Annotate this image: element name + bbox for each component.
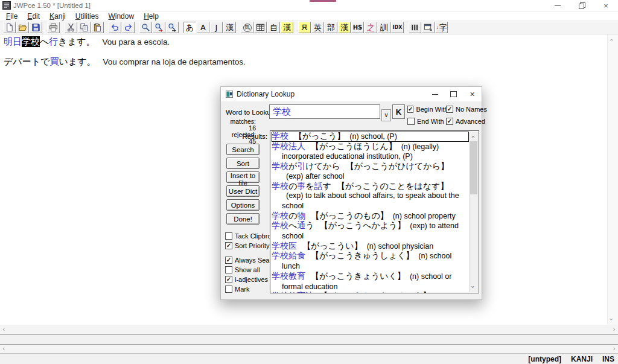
begin-with-checkbox[interactable]: ✓Begin With	[407, 106, 446, 113]
horizontal-scrollbar-bottom[interactable]: ‹ ›	[0, 345, 618, 354]
grid-icon	[256, 23, 265, 32]
result-segment: 【がっこうがひけてから】	[346, 161, 449, 171]
jascii-mode-button[interactable]: J	[210, 22, 223, 33]
search-button[interactable]	[139, 22, 152, 33]
result-segment: 【がっこうい】	[302, 241, 363, 251]
results-list[interactable]: 学校【がっこう】(n) school, (P)学校法人【がっこうほうじん】(n)…	[270, 130, 479, 293]
result-segment: の	[288, 181, 297, 191]
save-file-button[interactable]	[30, 22, 42, 33]
paste-button[interactable]	[91, 22, 104, 33]
no-names-checkbox[interactable]: ✓No Names	[446, 106, 487, 113]
jis-code-lookup-button[interactable]: 只	[298, 22, 311, 33]
editor-vertical-scrollbar[interactable]: › ›	[607, 34, 618, 325]
advanced-checkbox[interactable]: ✓Advanced	[446, 118, 487, 125]
dialog-close-button[interactable]: ×	[463, 87, 482, 101]
window-icon	[424, 23, 433, 32]
word-lookup-input[interactable]: 学校	[269, 104, 380, 119]
character-info-button[interactable]: ↓字	[435, 22, 448, 33]
index-lookup-button[interactable]: IDX	[391, 22, 404, 33]
dialog-minimize-button[interactable]	[425, 87, 444, 101]
result-entry[interactable]: 学校【がっこう】(n) school, (P)	[272, 132, 469, 142]
lookup-history-dropdown[interactable]: v	[381, 109, 391, 121]
dialog-icon	[226, 91, 233, 98]
scrollbar-thumb[interactable]	[470, 141, 477, 194]
editor-line-2: デパートで買います。Vou comprar na loja de departa…	[0, 54, 608, 74]
search-button[interactable]: Search	[226, 144, 260, 155]
undo-icon	[110, 23, 119, 32]
menu-help[interactable]: Help	[139, 12, 164, 21]
options-button[interactable]: Options	[226, 199, 260, 211]
lookup-option-checkboxes: ✓Begin With✓No NamesEnd With✓Advanced	[407, 106, 487, 125]
result-entry[interactable]: 学校の物【がっこうのもの】(n) school property	[272, 211, 469, 222]
result-entry[interactable]: 学校法人【がっこうほうじん】(n) (legally) incorporated…	[272, 142, 469, 162]
undo-button[interactable]	[109, 22, 121, 33]
redo-button[interactable]	[122, 22, 135, 33]
ascii-mode-button[interactable]: A	[197, 22, 209, 33]
result-entry[interactable]: 学校の事を話す【がっこうのことをはなす】(exp) to talk about …	[272, 182, 469, 211]
end-with-checkbox[interactable]: End With	[407, 118, 446, 125]
print-button[interactable]	[47, 22, 60, 33]
jascii-icon: J	[215, 24, 218, 31]
scroll-right-icon[interactable]: ›	[613, 345, 616, 353]
search-next-button[interactable]	[166, 22, 179, 33]
titlebar: JWPce 1.50 * [Untitled 1] ×	[0, 0, 618, 11]
kanji-convert-button[interactable]: 漢	[281, 22, 293, 33]
scroll-left-icon[interactable]: ‹	[2, 345, 5, 353]
k-convert-button[interactable]: K	[392, 104, 405, 119]
copy-button[interactable]	[78, 22, 91, 33]
checkbox-label: Tack Clipbrd	[235, 232, 272, 240]
radical-grid-lookup-button[interactable]	[254, 22, 267, 33]
halpern-strokes-button[interactable]: HS	[351, 22, 364, 33]
cut-button[interactable]	[65, 22, 77, 33]
scroll-left-icon[interactable]: ‹	[2, 325, 5, 333]
result-segment: 【がっこうほうじん】	[311, 141, 397, 151]
result-entry[interactable]: 学校給食【がっこうきゅうしょく】(n) school lunch	[272, 251, 469, 271]
menu-utilities[interactable]: Utilities	[71, 12, 104, 21]
results-scrollbar[interactable]: › ›	[469, 132, 478, 292]
checkbox-box: ✓	[446, 106, 453, 113]
result-entry[interactable]: 学校教育【がっこうきょういく】(n) school or formal educ…	[272, 272, 469, 292]
scissors-icon	[66, 23, 75, 32]
menu-window[interactable]: Window	[103, 12, 139, 21]
result-entry[interactable]: 学校医【がっこうい】(n) school physician	[272, 241, 469, 252]
done-button[interactable]: Done!	[226, 213, 260, 225]
open-file-button[interactable]	[16, 22, 29, 33]
result-entry[interactable]: 学校が引けてから【がっこうがひけてから】(exp) after school	[272, 162, 469, 181]
bushu-lookup-button[interactable]: 部	[325, 22, 337, 33]
scroll-right-icon[interactable]: ›	[613, 325, 616, 333]
scroll-down-icon[interactable]: ›	[607, 318, 616, 321]
close-button[interactable]: ×	[594, 0, 618, 11]
result-entry[interactable]: 学校教育法【がっこうきょういくほう】(n)	[272, 292, 469, 293]
kanji-mode-button[interactable]: 漢	[223, 22, 236, 33]
app-icon	[2, 1, 11, 10]
sort-button[interactable]: Sort	[226, 158, 260, 169]
insert-to-file-button[interactable]: Insert to file	[226, 171, 260, 183]
restore-button[interactable]	[570, 0, 594, 11]
dialog-maximize-button[interactable]	[444, 87, 463, 101]
menu-edit[interactable]: Edit	[22, 12, 45, 21]
down-arrow-icon: ↓	[436, 25, 439, 30]
scroll-down-icon[interactable]: ›	[469, 286, 477, 288]
skip-code-button[interactable]: 之	[365, 22, 377, 33]
result-segment: 学校	[272, 161, 288, 171]
kanji-info-button[interactable]: 気	[241, 22, 253, 33]
checkbox-label: Advanced	[456, 118, 485, 125]
user-dictionary-button[interactable]: 自	[267, 22, 280, 33]
hiragana-mode-button[interactable]: あ	[183, 22, 196, 33]
horizontal-scrollbar-top[interactable]: ‹ ›	[0, 325, 618, 335]
replace-button[interactable]	[153, 22, 165, 33]
english-lookup-button[interactable]: 英	[311, 22, 324, 33]
count-button[interactable]	[409, 22, 421, 33]
menu-kanji[interactable]: Kanji	[45, 12, 71, 21]
new-file-button[interactable]	[3, 22, 16, 33]
user-dict-button[interactable]: User Dict	[226, 185, 260, 197]
window-options-button[interactable]	[422, 22, 435, 33]
kanji-lookup-button[interactable]: 漢	[338, 22, 351, 33]
reading-lookup-button[interactable]: 訓	[378, 22, 390, 33]
minimize-button[interactable]	[546, 0, 570, 11]
scroll-up-icon[interactable]: ›	[607, 39, 616, 42]
result-entry[interactable]: 学校へ通う【がっこうへかよう】(exp) to attend school	[272, 221, 469, 241]
result-segment: 【がっこうのもの】	[311, 211, 388, 220]
menu-file[interactable]: File	[1, 12, 22, 21]
scroll-up-icon[interactable]: ›	[469, 135, 477, 138]
